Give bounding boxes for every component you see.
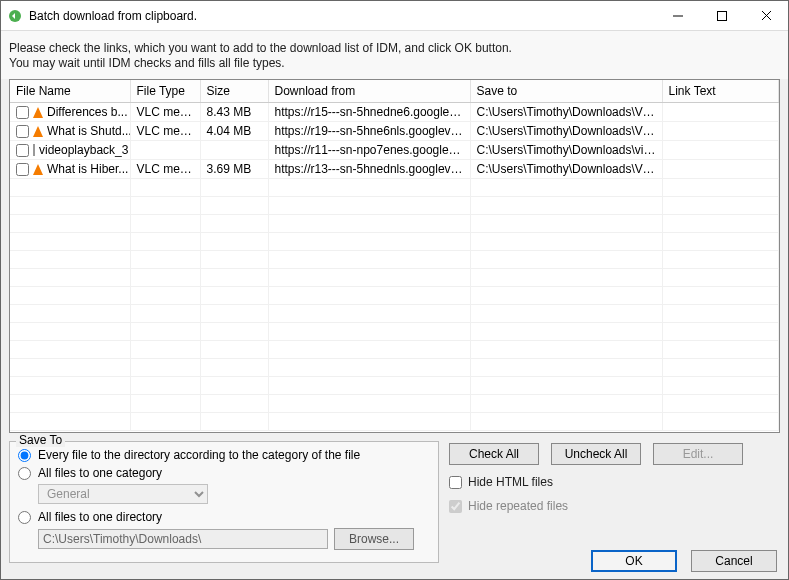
size-cell: 3.69 MB — [200, 160, 268, 179]
svg-rect-2 — [718, 11, 727, 20]
table-row[interactable]: What is Hiber...VLC medi...3.69 MBhttps:… — [10, 160, 779, 179]
app-icon — [7, 8, 23, 24]
window-title: Batch download from clipboard. — [29, 9, 656, 23]
table-header-row: File Name File Type Size Download from S… — [10, 80, 779, 103]
vlc-icon — [33, 107, 43, 118]
vlc-icon — [33, 164, 43, 175]
size-cell: 8.43 MB — [200, 103, 268, 122]
minimize-button[interactable] — [656, 2, 700, 30]
table-row-empty — [10, 359, 779, 377]
titlebar: Batch download from clipboard. — [1, 1, 788, 31]
close-button[interactable] — [744, 2, 788, 30]
save-to-title: Save To — [16, 433, 65, 447]
category-select: General — [38, 484, 208, 504]
col-download-from[interactable]: Download from — [268, 80, 470, 103]
save-to-cell: C:\Users\Timothy\Downloads\videop... — [470, 141, 662, 160]
table-row-empty — [10, 269, 779, 287]
browse-button: Browse... — [334, 528, 414, 550]
table-row-empty — [10, 287, 779, 305]
size-cell: 4.04 MB — [200, 122, 268, 141]
file-name-cell: videoplayback_3 — [39, 143, 128, 157]
ok-button[interactable]: OK — [591, 550, 677, 572]
link-text-cell — [662, 160, 779, 179]
cancel-button[interactable]: Cancel — [691, 550, 777, 572]
hide-html-checkbox[interactable]: Hide HTML files — [449, 475, 780, 489]
hide-html-input[interactable] — [449, 476, 462, 489]
table-row-empty — [10, 377, 779, 395]
radio-one-directory-input[interactable] — [18, 511, 31, 524]
table-row[interactable]: What is Shutd...VLC medi...4.04 MBhttps:… — [10, 122, 779, 141]
col-file-name[interactable]: File Name — [10, 80, 130, 103]
download-table: File Name File Type Size Download from S… — [9, 79, 780, 433]
table-row-empty — [10, 413, 779, 431]
hide-repeated-checkbox: Hide repeated files — [449, 499, 780, 513]
uncheck-all-button[interactable]: Uncheck All — [551, 443, 641, 465]
instructions-text: Please check the links, which you want t… — [1, 31, 788, 79]
table-row-empty — [10, 215, 779, 233]
file-type-cell: VLC medi... — [130, 103, 200, 122]
col-size[interactable]: Size — [200, 80, 268, 103]
hide-repeated-input — [449, 500, 462, 513]
radio-one-category[interactable]: All files to one category — [18, 464, 430, 482]
col-link-text[interactable]: Link Text — [662, 80, 779, 103]
col-save-to[interactable]: Save to — [470, 80, 662, 103]
radio-one-category-label: All files to one category — [38, 466, 162, 480]
link-text-cell — [662, 141, 779, 160]
maximize-button[interactable] — [700, 2, 744, 30]
table-row-empty — [10, 197, 779, 215]
file-name-cell: What is Hiber... — [47, 162, 128, 176]
row-checkbox[interactable] — [16, 106, 29, 119]
radio-one-category-input[interactable] — [18, 467, 31, 480]
file-type-cell: VLC medi... — [130, 122, 200, 141]
table-row-empty — [10, 305, 779, 323]
instructions-line1: Please check the links, which you want t… — [9, 41, 780, 56]
row-checkbox[interactable] — [16, 125, 29, 138]
table-row[interactable]: videoplayback_3https://r11---sn-npo7enes… — [10, 141, 779, 160]
size-cell — [200, 141, 268, 160]
radio-one-directory-label: All files to one directory — [38, 510, 162, 524]
edit-button: Edit... — [653, 443, 743, 465]
file-type-cell: VLC medi... — [130, 160, 200, 179]
col-file-type[interactable]: File Type — [130, 80, 200, 103]
download-from-cell: https://r15---sn-5hnedne6.googlevi... — [268, 103, 470, 122]
link-text-cell — [662, 122, 779, 141]
table-row-empty — [10, 179, 779, 197]
vlc-icon — [33, 126, 43, 137]
table-row-empty — [10, 251, 779, 269]
check-all-button[interactable]: Check All — [449, 443, 539, 465]
file-icon — [33, 144, 35, 156]
radio-category-input[interactable] — [18, 449, 31, 462]
link-text-cell — [662, 103, 779, 122]
hide-repeated-label: Hide repeated files — [468, 499, 568, 513]
table-row[interactable]: Differences b...VLC medi...8.43 MBhttps:… — [10, 103, 779, 122]
download-from-cell: https://r19---sn-5hne6nls.googlevid... — [268, 122, 470, 141]
row-checkbox[interactable] — [16, 144, 29, 157]
download-from-cell: https://r13---sn-5hnednls.googlevid... — [268, 160, 470, 179]
table-row-empty — [10, 233, 779, 251]
directory-input — [38, 529, 328, 549]
radio-category[interactable]: Every file to the directory according to… — [18, 446, 430, 464]
window-buttons — [656, 2, 788, 30]
download-from-cell: https://r11---sn-npo7enes.googlevi... — [268, 141, 470, 160]
table-row-empty — [10, 395, 779, 413]
save-to-group: Save To Every file to the directory acco… — [9, 441, 439, 563]
instructions-line2: You may wait until IDM checks and fills … — [9, 56, 780, 71]
table-row-empty — [10, 323, 779, 341]
hide-html-label: Hide HTML files — [468, 475, 553, 489]
row-checkbox[interactable] — [16, 163, 29, 176]
radio-one-directory[interactable]: All files to one directory — [18, 508, 430, 526]
table-row-empty — [10, 341, 779, 359]
file-type-cell — [130, 141, 200, 160]
save-to-cell: C:\Users\Timothy\Downloads\Video\... — [470, 122, 662, 141]
file-name-cell: What is Shutd... — [47, 124, 130, 138]
save-to-cell: C:\Users\Timothy\Downloads\Video\... — [470, 160, 662, 179]
save-to-cell: C:\Users\Timothy\Downloads\Video\... — [470, 103, 662, 122]
radio-category-label: Every file to the directory according to… — [38, 448, 360, 462]
file-name-cell: Differences b... — [47, 105, 127, 119]
